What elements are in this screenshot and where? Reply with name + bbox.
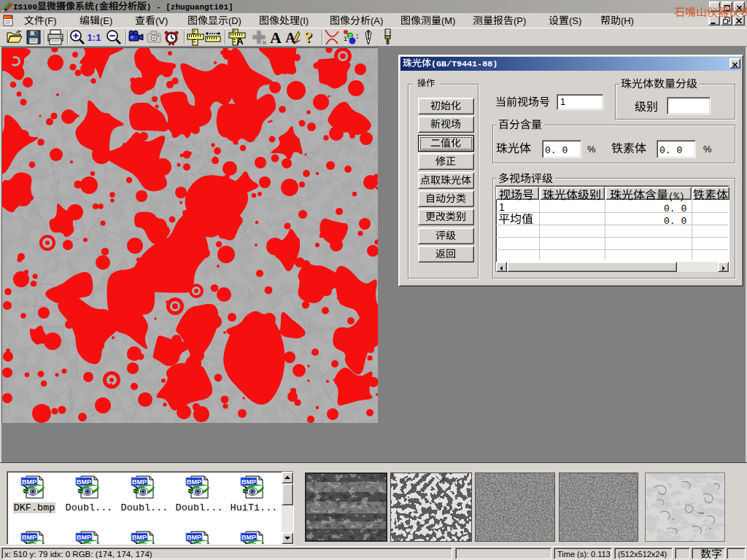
svg-text:(%): (%) <box>668 192 685 202</box>
svg-text:0. 0: 0. 0 <box>664 216 686 227</box>
svg-text:?: ? <box>304 28 312 46</box>
svg-text:IS100: IS100 <box>13 3 37 12</box>
svg-text:3: 3 <box>356 33 358 40</box>
svg-text:(GB/T9441-88): (GB/T9441-88) <box>431 59 498 69</box>
svg-text:1: 1 <box>560 96 565 107</box>
svg-text:1:1: 1:1 <box>88 32 101 43</box>
svg-text:A: A <box>270 28 282 46</box>
svg-text:) - [zhuguangti01]: ) - [zhuguangti01] <box>147 3 233 12</box>
svg-text:(D): (D) <box>228 15 241 26</box>
svg-text:(S): (S) <box>569 15 581 26</box>
svg-text:(F): (F) <box>44 15 56 26</box>
svg-text:%: % <box>703 144 711 155</box>
svg-text:(E): (E) <box>100 15 112 26</box>
svg-text:%: % <box>587 144 595 155</box>
svg-text:(A): (A) <box>371 15 383 26</box>
svg-text:(H): (H) <box>621 15 634 26</box>
svg-text:1: 1 <box>344 35 347 42</box>
svg-text:0. 0: 0. 0 <box>545 145 568 156</box>
svg-text:A: A <box>236 36 244 46</box>
svg-text:(P): (P) <box>514 15 526 26</box>
svg-text:0. 0: 0. 0 <box>659 145 682 156</box>
svg-text:(: ( <box>94 3 99 12</box>
svg-text:DOC: DOC <box>4 15 12 19</box>
svg-text:(M): (M) <box>441 15 455 26</box>
svg-text:(I): (I) <box>300 15 309 26</box>
svg-text:(V): (V) <box>155 15 168 26</box>
